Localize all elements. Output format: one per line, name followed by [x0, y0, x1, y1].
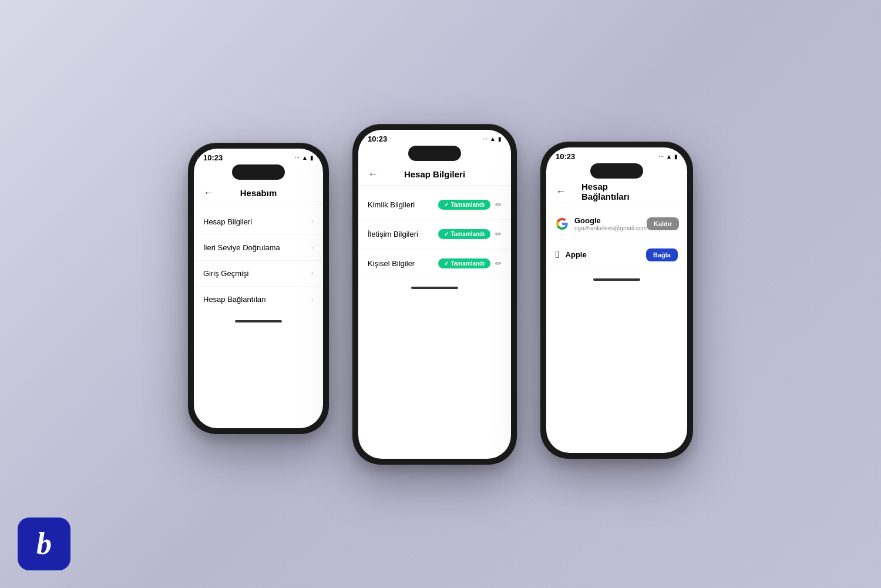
- nav-bar-1: ← Hesabım: [194, 183, 323, 204]
- wifi-icon-1: ▲: [302, 154, 308, 161]
- dynamic-island-1: [232, 164, 285, 180]
- connection-item-google: Google oguzhankelees@gmail.com Kaldır: [546, 208, 687, 240]
- account-item-kimlik: Kimlik Bilgileri ✓ Tamamlandı ✏: [358, 190, 511, 220]
- home-indicator-1: [235, 320, 282, 322]
- google-icon: [556, 217, 569, 230]
- phone-3: 10:23 ··· ▲ ▮ ← Hesap Bağlantıları: [540, 142, 693, 459]
- page-title-3: Hesap Bağlantıları: [581, 182, 652, 201]
- apple-connection-info: Apple: [566, 250, 587, 259]
- dynamic-island-2: [408, 146, 461, 161]
- completed-badge-2: ✓ Tamamlandı: [438, 258, 490, 268]
- home-indicator-2: [411, 287, 458, 289]
- account-item-iletisim: İletişim Bilgileri ✓ Tamamlandı ✏: [358, 220, 511, 249]
- connection-item-apple:  Apple Bağla: [546, 240, 687, 270]
- chevron-icon-2: ›: [311, 269, 314, 277]
- page-title-1: Hesabım: [240, 188, 277, 198]
- battery-icon-2: ▮: [498, 136, 502, 142]
- status-icons-1: ··· ▲ ▮: [295, 154, 314, 161]
- kaldir-button[interactable]: Kaldır: [647, 217, 679, 230]
- status-icons-3: ··· ▲ ▮: [659, 153, 678, 160]
- google-connection-info: Google oguzhankelees@gmail.com: [574, 216, 647, 231]
- status-icons-2: ··· ▲ ▮: [483, 136, 502, 142]
- chevron-icon-3: ›: [311, 295, 314, 303]
- edit-icon-1[interactable]: ✏: [495, 230, 502, 238]
- menu-list-1: Hesap Bilgileri › İleri Seviye Doğrulama…: [194, 204, 323, 317]
- account-item-right-2: ✓ Tamamlandı ✏: [438, 258, 502, 268]
- account-info-list: Kimlik Bilgileri ✓ Tamamlandı ✏ İletişim…: [358, 186, 511, 283]
- battery-icon-1: ▮: [310, 154, 314, 161]
- menu-item-ileri-seviye[interactable]: İleri Seviye Doğrulama ›: [194, 235, 323, 261]
- chevron-icon-1: ›: [311, 243, 314, 251]
- account-item-kisisel: Kişisel Bilgiler ✓ Tamamlandı ✏: [358, 249, 511, 278]
- app-logo: b: [18, 518, 70, 570]
- dots-icon: ···: [295, 154, 300, 161]
- menu-item-hesap-bilgileri[interactable]: Hesap Bilgileri ›: [194, 209, 323, 235]
- connection-left-apple:  Apple: [556, 248, 587, 261]
- connections-list: Google oguzhankelees@gmail.com Kaldır  …: [546, 203, 687, 275]
- account-item-right-1: ✓ Tamamlandı ✏: [438, 229, 502, 239]
- nav-bar-2: ← Hesap Bilgileri: [358, 164, 511, 186]
- logo-letter: b: [36, 529, 52, 559]
- wifi-icon-3: ▲: [666, 153, 672, 160]
- menu-item-hesap-baglantilari[interactable]: Hesap Bağlantıları ›: [194, 287, 323, 312]
- page-title-2: Hesap Bilgileri: [404, 169, 465, 179]
- home-indicator-3: [593, 278, 640, 281]
- dynamic-island-3: [590, 163, 643, 179]
- dots-icon-2: ···: [483, 136, 487, 142]
- status-time-3: 10:23: [556, 152, 575, 161]
- account-item-right-0: ✓ Tamamlandı ✏: [438, 200, 502, 210]
- edit-icon-2[interactable]: ✏: [495, 259, 502, 268]
- chevron-icon-0: ›: [311, 217, 314, 226]
- edit-icon-0[interactable]: ✏: [495, 200, 502, 209]
- completed-badge-1: ✓ Tamamlandı: [438, 229, 490, 239]
- status-time-1: 10:23: [203, 153, 223, 162]
- status-time-2: 10:23: [368, 135, 387, 143]
- back-button-1[interactable]: ←: [203, 187, 214, 199]
- phone-1: 10:23 ··· ▲ ▮ ← Hesabım Hesap Bilgileri …: [188, 143, 329, 434]
- completed-badge-0: ✓ Tamamlandı: [438, 200, 490, 210]
- connection-left-google: Google oguzhankelees@gmail.com: [556, 216, 647, 231]
- dots-icon-3: ···: [659, 153, 664, 160]
- phone-2: 10:23 ··· ▲ ▮ ← Hesap Bilgileri Kimlik B…: [352, 124, 517, 465]
- nav-bar-3: ← Hesap Bağlantıları: [546, 182, 687, 203]
- bagla-button[interactable]: Bağla: [646, 248, 678, 261]
- battery-icon-3: ▮: [674, 153, 678, 160]
- apple-icon: : [556, 248, 560, 261]
- menu-item-giris-gecmisi[interactable]: Giriş Geçmişi ›: [194, 261, 323, 287]
- wifi-icon-2: ▲: [490, 136, 496, 142]
- back-button-2[interactable]: ←: [368, 168, 378, 180]
- back-button-3[interactable]: ←: [556, 186, 566, 198]
